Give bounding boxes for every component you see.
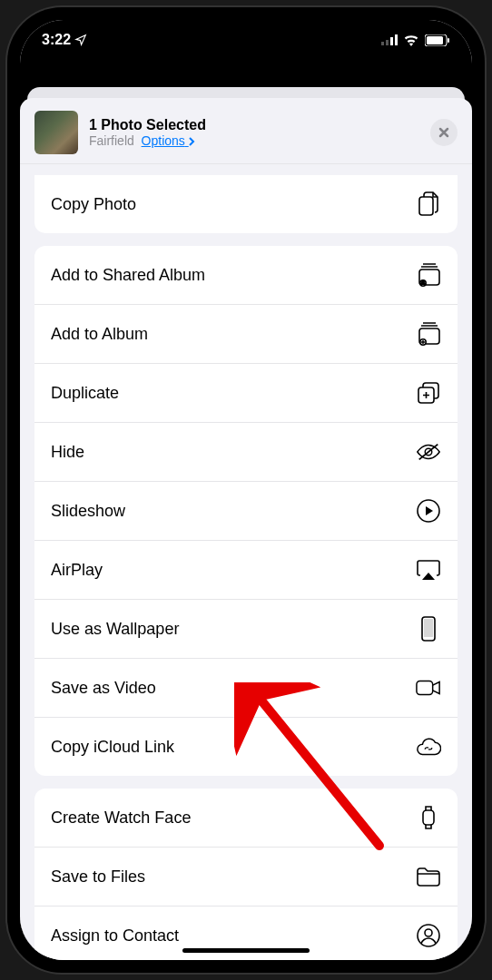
status-time: 3:22 <box>42 32 71 48</box>
svg-rect-19 <box>423 810 434 825</box>
row-label: Save to Files <box>51 867 416 887</box>
row-label: Add to Album <box>51 325 416 344</box>
shared-album-icon <box>416 262 441 288</box>
sheet-title: 1 Photo Selected <box>89 117 419 133</box>
video-icon <box>416 675 441 701</box>
row-add-album[interactable]: Add to Album <box>34 305 458 364</box>
svg-rect-17 <box>424 619 433 637</box>
row-label: Add to Shared Album <box>51 266 416 285</box>
hide-icon <box>416 439 441 465</box>
contact-icon <box>416 923 441 948</box>
cloud-link-icon <box>416 734 441 760</box>
row-label: Slideshow <box>51 502 416 521</box>
row-label: AirPlay <box>51 561 416 580</box>
notch <box>155 20 337 45</box>
row-add-shared-album[interactable]: Add to Shared Album <box>34 246 458 305</box>
airplay-icon <box>416 557 441 583</box>
add-album-icon <box>416 321 441 347</box>
row-create-watch-face[interactable]: Create Watch Face <box>34 789 458 848</box>
close-button[interactable] <box>430 119 458 146</box>
duplicate-icon <box>416 380 441 406</box>
content-area: 1 Photo Selected Fairfield Options Copy … <box>20 60 472 960</box>
svg-rect-7 <box>419 197 433 215</box>
row-use-wallpaper[interactable]: Use as Wallpaper <box>34 600 458 659</box>
row-label: Copy Photo <box>51 195 416 214</box>
action-group: Copy Photo <box>34 175 458 233</box>
svg-rect-6 <box>448 38 449 43</box>
row-label: Use as Wallpaper <box>51 620 416 639</box>
watch-icon <box>416 805 441 830</box>
phone-screen: 3:22 <box>20 20 472 960</box>
row-label: Assign to Contact <box>51 926 416 946</box>
wifi-icon <box>403 34 419 46</box>
svg-rect-18 <box>417 681 433 695</box>
phone-frame: 3:22 <box>7 7 485 973</box>
photo-thumbnail[interactable] <box>34 111 78 154</box>
action-group: Create Watch Face Save to Files <box>34 789 458 960</box>
row-label: Create Watch Face <box>51 808 416 828</box>
svg-rect-2 <box>390 37 393 45</box>
row-slideshow[interactable]: Slideshow <box>34 482 458 541</box>
row-copy-icloud[interactable]: Copy iCloud Link <box>34 718 458 776</box>
svg-rect-0 <box>381 42 384 45</box>
location-label: Fairfield <box>89 133 134 148</box>
copy-doc-icon <box>416 191 441 217</box>
row-label: Duplicate <box>51 384 416 403</box>
svg-rect-5 <box>427 36 443 44</box>
cellular-icon <box>381 34 398 45</box>
action-group: Add to Shared Album Add to Album <box>34 246 458 776</box>
folder-icon <box>416 864 441 889</box>
row-copy-photo[interactable]: Copy Photo <box>34 175 458 233</box>
sheet-header: 1 Photo Selected Fairfield Options <box>20 98 472 164</box>
options-link[interactable]: Options <box>142 133 195 148</box>
row-airplay[interactable]: AirPlay <box>34 541 458 600</box>
row-save-video[interactable]: Save as Video <box>34 659 458 718</box>
row-label: Hide <box>51 443 416 462</box>
action-groups: Copy Photo Add to Shared Album <box>20 175 472 960</box>
svg-point-21 <box>425 929 432 936</box>
home-indicator[interactable] <box>182 948 310 953</box>
phone-icon <box>416 616 441 642</box>
location-arrow-icon <box>74 34 87 46</box>
play-icon <box>416 498 441 524</box>
row-duplicate[interactable]: Duplicate <box>34 364 458 423</box>
share-sheet: 1 Photo Selected Fairfield Options Copy … <box>20 98 472 960</box>
row-label: Copy iCloud Link <box>51 738 416 757</box>
row-save-files[interactable]: Save to Files <box>34 848 458 906</box>
battery-icon <box>425 34 450 46</box>
sheet-subtitle: Fairfield Options <box>89 133 419 148</box>
row-label: Save as Video <box>51 679 416 698</box>
row-hide[interactable]: Hide <box>34 423 458 482</box>
svg-rect-1 <box>386 40 389 45</box>
svg-rect-3 <box>395 34 398 45</box>
